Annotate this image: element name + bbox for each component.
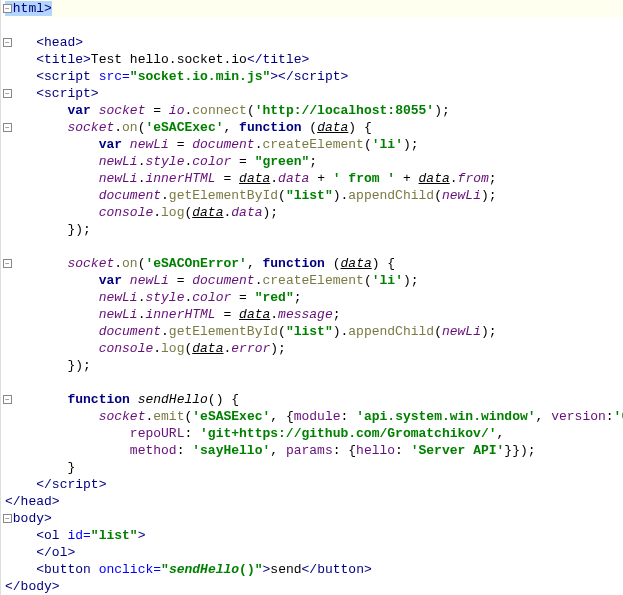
- code-line: <button onclick="sendHello()">send</butt…: [5, 561, 623, 578]
- fold-icon[interactable]: −: [3, 514, 12, 523]
- code-line: document.getElementById("list").appendCh…: [5, 187, 623, 204]
- fold-icon[interactable]: −: [3, 4, 12, 13]
- code-line: </body>: [5, 578, 623, 595]
- code-line: <title>Test hello.socket.io</title>: [5, 51, 623, 68]
- code-line: [5, 238, 623, 255]
- code-line: repoURL: 'git+https://github.com/Gromatc…: [5, 425, 623, 442]
- code-line: }: [5, 459, 623, 476]
- code-line: </script>: [5, 476, 623, 493]
- code-line: newLi.style.color = "red";: [5, 289, 623, 306]
- code-line: function sendHello() {: [5, 391, 623, 408]
- code-line: socket.emit('eSASExec', {module: 'api.sy…: [5, 408, 623, 425]
- code-line: <head>: [5, 34, 623, 51]
- code-line: <body>: [5, 510, 623, 527]
- fold-gutter: − − − − − − −: [0, 0, 1, 595]
- fold-icon[interactable]: −: [3, 38, 12, 47]
- code-line: var newLi = document.createElement('li')…: [5, 272, 623, 289]
- code-line: socket.on('eSACExec', function (data) {: [5, 119, 623, 136]
- code-line: newLi.innerHTML = data.data + ' from ' +…: [5, 170, 623, 187]
- code-line: console.log(data.error);: [5, 340, 623, 357]
- code-line: document.getElementById("list").appendCh…: [5, 323, 623, 340]
- fold-icon[interactable]: −: [3, 395, 12, 404]
- fold-icon[interactable]: −: [3, 259, 12, 268]
- code-line: socket.on('eSACOnError', function (data)…: [5, 255, 623, 272]
- code-line: <script src="socket.io.min.js"></script>: [5, 68, 623, 85]
- code-line: method: 'sayHello', params: {hello: 'Ser…: [5, 442, 623, 459]
- code-editor: − − − − − − − <html> <head> <title>Test …: [0, 0, 623, 595]
- code-line: <ol id="list">: [5, 527, 623, 544]
- code-line: var socket = io.connect('http://localhos…: [5, 102, 623, 119]
- code-line: newLi.innerHTML = data.message;: [5, 306, 623, 323]
- fold-icon[interactable]: −: [3, 89, 12, 98]
- code-line: </head>: [5, 493, 623, 510]
- code-line: });: [5, 357, 623, 374]
- code-line: <html>: [5, 0, 623, 17]
- code-area[interactable]: <html> <head> <title>Test hello.socket.i…: [1, 0, 623, 595]
- code-line: [5, 17, 623, 34]
- code-line: [5, 374, 623, 391]
- code-line: var newLi = document.createElement('li')…: [5, 136, 623, 153]
- code-line: newLi.style.color = "green";: [5, 153, 623, 170]
- code-line: <script>: [5, 85, 623, 102]
- code-line: });: [5, 221, 623, 238]
- code-line: console.log(data.data);: [5, 204, 623, 221]
- fold-icon[interactable]: −: [3, 123, 12, 132]
- code-line: </ol>: [5, 544, 623, 561]
